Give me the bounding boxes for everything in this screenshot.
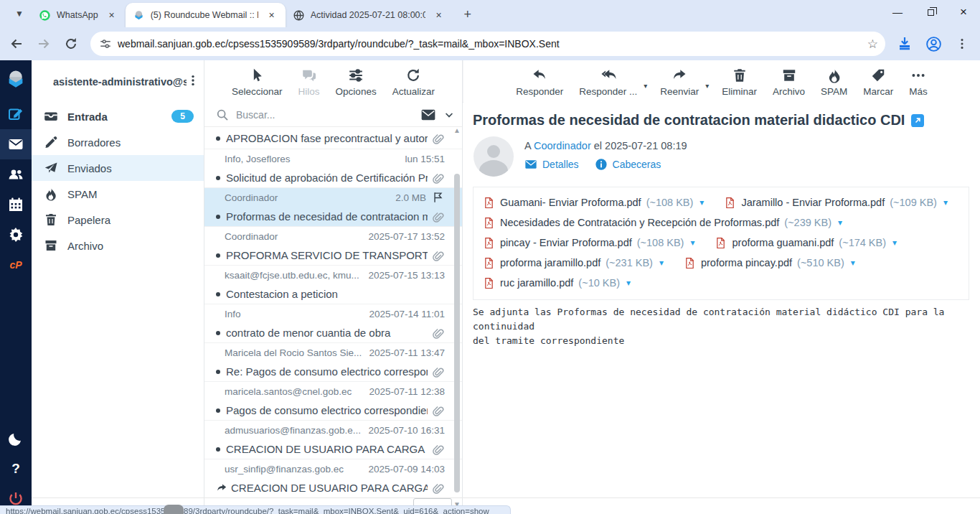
message-eliminar-button[interactable]: Eliminar <box>719 65 760 98</box>
open-in-new-window-icon[interactable] <box>911 114 924 127</box>
attachment-item[interactable]: proforma guamani.pdf(~174 KB)▾ <box>715 237 897 249</box>
message-spam-button[interactable]: SPAM <box>818 65 850 98</box>
folder-item-enviados[interactable]: Enviados <box>32 155 204 181</box>
attachment-item[interactable]: ruc jaramillo.pdf(~10 KB)▾ <box>483 277 631 289</box>
attachment-item[interactable]: Jaramillo - Enviar Proforma.pdf(~109 KB)… <box>724 197 948 209</box>
attachment-name[interactable]: Guamani- Enviar Proforma.pdf <box>500 197 641 208</box>
message-responder-button[interactable]: Responder ...▾ <box>576 65 640 98</box>
search-bar[interactable] <box>204 103 462 127</box>
message-row[interactable]: ksaait@fcjse.utb.edu.ec, kmu...2025-07-1… <box>204 266 462 304</box>
forward-button[interactable] <box>33 33 55 55</box>
profile-button[interactable] <box>921 32 946 56</box>
message-row[interactable]: Coordinador2.0 MBProformas de necesidad … <box>204 188 462 227</box>
attachment-name[interactable]: Jaramillo - Enviar Proforma.pdf <box>741 197 885 208</box>
rail-item-compose[interactable] <box>0 99 32 129</box>
message-row[interactable]: Info2025-07-14 11:01contrato de menor cu… <box>204 304 462 343</box>
rail-item-contacts[interactable] <box>0 159 32 190</box>
window-minimize-button[interactable]: — <box>881 0 914 24</box>
message-responder-button[interactable]: Responder <box>513 65 566 98</box>
folder-item-archivo[interactable]: Archivo <box>32 233 204 258</box>
message-row[interactable]: usr_sinfip@finanzas.gob.ec2025-07-09 14:… <box>204 459 462 497</box>
scroll-up-icon[interactable]: ▲ <box>453 126 461 134</box>
rail-item-mail[interactable] <box>0 129 32 159</box>
message-row[interactable]: Coordinador2025-07-17 13:52PROFORMA SERV… <box>204 227 462 266</box>
unread-count-badge: 5 <box>171 110 194 123</box>
browser-menu-button[interactable] <box>950 32 974 56</box>
url-text[interactable]: webmail.sanjuan.gob.ec/cpsess1535909589/… <box>118 38 862 50</box>
tab-close-icon[interactable]: × <box>105 9 118 22</box>
rail-item-cpanel[interactable]: cP <box>0 250 32 280</box>
dropdown-caret-icon[interactable]: ▾ <box>644 82 647 90</box>
message-reenviar-button[interactable]: Reenviar▾ <box>657 65 702 98</box>
window-close-button[interactable]: × <box>947 0 980 24</box>
attachment-menu-caret-icon[interactable]: ▾ <box>892 238 897 248</box>
browser-tab[interactable]: WhatsApp× <box>32 3 126 27</box>
message-row[interactable]: Info, Josefloreslun 15:51Solicitud de ap… <box>204 149 462 188</box>
downloads-button[interactable] <box>892 32 917 56</box>
folder-item-papelera[interactable]: Papelera <box>32 207 204 233</box>
tab-search-chevron-icon[interactable]: ▼ <box>9 3 30 24</box>
search-scope-mail-icon[interactable] <box>420 107 436 123</box>
search-input[interactable] <box>236 109 420 121</box>
new-tab-button[interactable]: + <box>458 5 477 24</box>
attachment-name[interactable]: pincay - Enviar Proforma.pdf <box>500 237 632 248</box>
rail-item-dark-mode[interactable] <box>0 424 32 454</box>
site-settings-icon[interactable] <box>99 37 112 50</box>
attachment-name[interactable]: proforma guamani.pdf <box>732 237 834 248</box>
list-opciones-button[interactable]: Opciones <box>333 65 380 98</box>
attachment-name[interactable]: proforma jaramillo.pdf <box>500 257 600 268</box>
attachment-name[interactable]: ruc jaramillo.pdf <box>500 277 573 289</box>
message-ms-button[interactable]: Más <box>906 65 930 98</box>
message-row[interactable]: Maricela del Rocio Santos Sie...2025-07-… <box>204 343 462 382</box>
message-row[interactable]: APROBACION fase precontractual y autoriz… <box>204 128 462 149</box>
folder-item-borradores[interactable]: Borradores <box>32 129 204 155</box>
back-button[interactable] <box>6 33 27 55</box>
address-bar[interactable]: webmail.sanjuan.gob.ec/cpsess1535909589/… <box>90 32 885 56</box>
attachment-name[interactable]: proforma pincay.pdf <box>701 257 792 268</box>
attachment-menu-caret-icon[interactable]: ▾ <box>690 238 694 248</box>
message-archivo-button[interactable]: Archivo <box>770 65 808 98</box>
message-row[interactable]: admusuarios@finanzas.gob.e...2025-07-10 … <box>204 421 462 459</box>
account-menu-icon[interactable] <box>187 74 199 90</box>
attachment-menu-caret-icon[interactable]: ▾ <box>699 197 704 207</box>
rail-item-calendar[interactable] <box>0 190 32 220</box>
list-scrollbar[interactable]: ▲ ▼ <box>453 131 461 498</box>
browser-tab[interactable]: (5) Roundcube Webmail :: Envia× <box>126 3 286 27</box>
reload-button[interactable] <box>60 33 82 55</box>
account-header[interactable]: asistente-administrativo@sa... <box>32 60 204 103</box>
message-marcar-button[interactable]: Marcar <box>860 65 896 98</box>
dropdown-caret-icon[interactable]: ▾ <box>705 82 709 90</box>
rail-item-roundcube-logo[interactable] <box>0 60 32 99</box>
folder-item-spam[interactable]: SPAM <box>32 181 204 207</box>
attachment-name[interactable]: Necesidades de Contratación y Recepción … <box>500 217 779 228</box>
tab-close-icon[interactable]: × <box>433 9 446 22</box>
attachment-menu-caret-icon[interactable]: ▾ <box>851 258 855 268</box>
browser-tab[interactable]: Actividad 2025-07-21 08:00:00× <box>286 3 453 27</box>
list-actualizar-button[interactable]: Actualizar <box>390 65 438 98</box>
headers-link[interactable]: Cabeceras <box>595 158 661 171</box>
details-link[interactable]: Detalles <box>524 158 579 171</box>
recipient-link[interactable]: Coordinador <box>534 140 591 151</box>
attachment-item[interactable]: pincay - Enviar Proforma.pdf(~108 KB)▾ <box>483 237 694 249</box>
flag-icon[interactable] <box>432 191 445 204</box>
window-restore-button[interactable] <box>914 0 947 24</box>
rail-item-settings[interactable] <box>0 220 32 250</box>
list-seleccionar-button[interactable]: Seleccionar <box>229 65 286 98</box>
attachment-menu-caret-icon[interactable]: ▾ <box>659 258 664 268</box>
rail-item-help[interactable]: ? <box>0 454 32 484</box>
tab-close-icon[interactable]: × <box>265 9 278 22</box>
bookmark-star-icon[interactable]: ☆ <box>867 37 878 52</box>
attachment-menu-caret-icon[interactable]: ▾ <box>838 218 842 228</box>
message-sender: usr_sinfip@finanzas.gob.ec <box>225 464 362 475</box>
attachment-item[interactable]: Guamani- Enviar Proforma.pdf(~108 KB)▾ <box>483 197 704 209</box>
scrollbar-thumb[interactable] <box>454 174 460 492</box>
message-row[interactable]: maricela.santos@cnel.gob.ec2025-07-11 12… <box>204 382 462 421</box>
attachment-menu-caret-icon[interactable]: ▾ <box>943 197 948 207</box>
attachment-item[interactable]: Necesidades de Contratación y Recepción … <box>483 217 842 229</box>
attachment-item[interactable]: proforma jaramillo.pdf(~231 KB)▾ <box>483 257 664 269</box>
list-hilos-button[interactable]: Hilos <box>296 65 323 98</box>
attachment-menu-caret-icon[interactable]: ▾ <box>626 278 631 288</box>
folder-item-entrada[interactable]: Entrada5 <box>32 103 204 129</box>
search-options-chevron-icon[interactable] <box>443 109 455 121</box>
attachment-item[interactable]: proforma pincay.pdf(~510 KB)▾ <box>684 257 855 269</box>
